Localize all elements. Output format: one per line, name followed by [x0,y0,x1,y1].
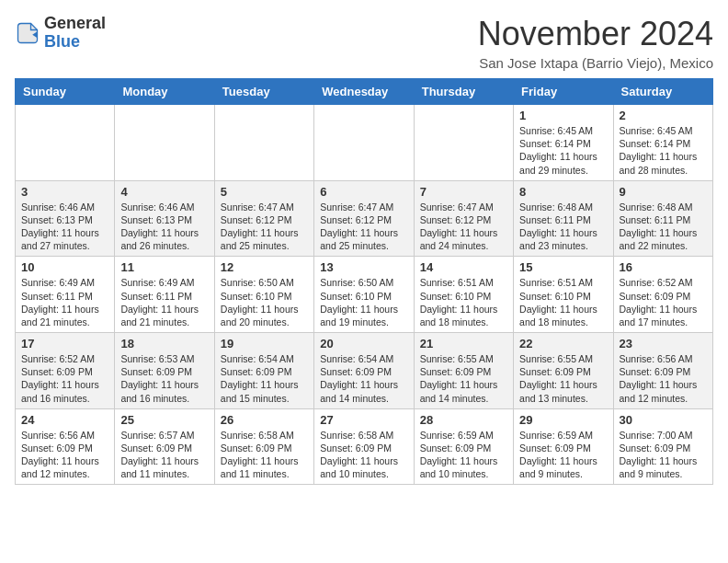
logo-icon [15,20,40,46]
calendar-cell: 20Sunrise: 6:54 AM Sunset: 6:09 PM Dayli… [314,333,414,409]
calendar-cell: 19Sunrise: 6:54 AM Sunset: 6:09 PM Dayli… [214,333,313,409]
day-number: 7 [420,185,507,199]
day-number: 14 [420,260,507,274]
calendar-cell: 14Sunrise: 6:51 AM Sunset: 6:10 PM Dayli… [414,257,513,333]
day-info: Sunrise: 6:53 AM Sunset: 6:09 PM Dayligh… [120,352,208,405]
calendar-cell: 25Sunrise: 6:57 AM Sunset: 6:09 PM Dayli… [115,408,214,485]
calendar-day-header: Wednesday [314,79,414,105]
day-number: 20 [320,337,407,350]
day-info: Sunrise: 6:46 AM Sunset: 6:13 PM Dayligh… [21,201,108,253]
calendar-week-row: 3Sunrise: 6:46 AM Sunset: 6:13 PM Daylig… [16,180,713,257]
day-info: Sunrise: 6:48 AM Sunset: 6:11 PM Dayligh… [519,201,607,253]
day-number: 10 [21,260,108,274]
day-number: 13 [320,260,407,274]
day-info: Sunrise: 6:57 AM Sunset: 6:09 PM Dayligh… [120,429,208,481]
calendar-cell: 6Sunrise: 6:47 AM Sunset: 6:12 PM Daylig… [314,180,414,257]
calendar-table: SundayMondayTuesdayWednesdayThursdayFrid… [15,78,713,485]
day-info: Sunrise: 6:54 AM Sunset: 6:09 PM Dayligh… [320,352,407,405]
day-number: 24 [21,413,108,427]
calendar-cell: 27Sunrise: 6:58 AM Sunset: 6:09 PM Dayli… [314,408,414,485]
day-number: 11 [120,260,208,274]
day-info: Sunrise: 6:55 AM Sunset: 6:09 PM Dayligh… [420,352,507,405]
day-number: 29 [519,413,607,427]
calendar-cell: 17Sunrise: 6:52 AM Sunset: 6:09 PM Dayli… [16,333,115,409]
day-info: Sunrise: 6:54 AM Sunset: 6:09 PM Dayligh… [221,352,308,405]
day-number: 12 [221,260,308,274]
day-info: Sunrise: 6:50 AM Sunset: 6:10 PM Dayligh… [221,276,308,328]
day-info: Sunrise: 6:46 AM Sunset: 6:13 PM Dayligh… [120,201,208,253]
calendar-cell: 16Sunrise: 6:52 AM Sunset: 6:09 PM Dayli… [613,257,712,333]
day-info: Sunrise: 6:49 AM Sunset: 6:11 PM Dayligh… [21,276,108,328]
day-info: Sunrise: 6:52 AM Sunset: 6:09 PM Dayligh… [21,352,108,405]
calendar-cell: 29Sunrise: 6:59 AM Sunset: 6:09 PM Dayli… [514,408,613,485]
page-header: General Blue November 2024 San Jose Ixta… [15,15,713,71]
day-info: Sunrise: 6:59 AM Sunset: 6:09 PM Dayligh… [519,429,607,481]
calendar-day-header: Monday [115,79,214,105]
calendar-day-header: Saturday [613,79,712,105]
day-info: Sunrise: 6:47 AM Sunset: 6:12 PM Dayligh… [221,201,308,253]
calendar-cell [314,105,414,181]
calendar-day-header: Friday [514,79,613,105]
calendar-cell: 2Sunrise: 6:45 AM Sunset: 6:14 PM Daylig… [613,105,712,181]
day-number: 25 [120,413,208,427]
logo-text: General Blue [44,15,106,52]
calendar-cell: 23Sunrise: 6:56 AM Sunset: 6:09 PM Dayli… [613,333,712,409]
calendar-cell: 7Sunrise: 6:47 AM Sunset: 6:12 PM Daylig… [414,180,513,257]
day-number: 9 [620,185,707,199]
location-subtitle: San Jose Ixtapa (Barrio Viejo), Mexico [478,55,713,71]
calendar-cell: 15Sunrise: 6:51 AM Sunset: 6:10 PM Dayli… [514,257,613,333]
day-info: Sunrise: 6:52 AM Sunset: 6:09 PM Dayligh… [620,276,707,328]
calendar-cell [214,105,313,181]
calendar-cell: 3Sunrise: 6:46 AM Sunset: 6:13 PM Daylig… [16,180,115,257]
calendar-week-row: 1Sunrise: 6:45 AM Sunset: 6:14 PM Daylig… [16,105,713,181]
calendar-cell: 5Sunrise: 6:47 AM Sunset: 6:12 PM Daylig… [214,180,313,257]
calendar-cell [16,105,115,181]
day-info: Sunrise: 6:56 AM Sunset: 6:09 PM Dayligh… [620,352,707,405]
day-info: Sunrise: 6:45 AM Sunset: 6:14 PM Dayligh… [620,124,707,177]
title-block: November 2024 San Jose Ixtapa (Barrio Vi… [478,15,713,71]
calendar-cell: 9Sunrise: 6:48 AM Sunset: 6:11 PM Daylig… [613,180,712,257]
calendar-day-header: Tuesday [214,79,313,105]
day-number: 26 [221,413,308,427]
day-info: Sunrise: 6:50 AM Sunset: 6:10 PM Dayligh… [320,276,407,328]
calendar-day-header: Sunday [16,79,115,105]
day-number: 18 [120,337,208,350]
day-number: 28 [420,413,507,427]
day-number: 2 [620,109,707,122]
calendar-cell: 10Sunrise: 6:49 AM Sunset: 6:11 PM Dayli… [16,257,115,333]
day-number: 21 [420,337,507,350]
calendar-cell: 28Sunrise: 6:59 AM Sunset: 6:09 PM Dayli… [414,408,513,485]
calendar-cell: 4Sunrise: 6:46 AM Sunset: 6:13 PM Daylig… [115,180,214,257]
day-number: 4 [120,185,208,199]
calendar-cell: 12Sunrise: 6:50 AM Sunset: 6:10 PM Dayli… [214,257,313,333]
day-info: Sunrise: 7:00 AM Sunset: 6:09 PM Dayligh… [620,429,707,481]
day-info: Sunrise: 6:45 AM Sunset: 6:14 PM Dayligh… [519,124,607,177]
day-info: Sunrise: 6:59 AM Sunset: 6:09 PM Dayligh… [420,429,507,481]
day-info: Sunrise: 6:56 AM Sunset: 6:09 PM Dayligh… [21,429,108,481]
calendar-cell: 11Sunrise: 6:49 AM Sunset: 6:11 PM Dayli… [115,257,214,333]
day-number: 15 [519,260,607,274]
calendar-cell: 8Sunrise: 6:48 AM Sunset: 6:11 PM Daylig… [514,180,613,257]
calendar-cell [115,105,214,181]
calendar-header-row: SundayMondayTuesdayWednesdayThursdayFrid… [16,79,713,105]
day-info: Sunrise: 6:55 AM Sunset: 6:09 PM Dayligh… [519,352,607,405]
calendar-cell: 21Sunrise: 6:55 AM Sunset: 6:09 PM Dayli… [414,333,513,409]
day-info: Sunrise: 6:49 AM Sunset: 6:11 PM Dayligh… [120,276,208,328]
day-number: 22 [519,337,607,350]
day-number: 23 [620,337,707,350]
calendar-cell: 18Sunrise: 6:53 AM Sunset: 6:09 PM Dayli… [115,333,214,409]
day-info: Sunrise: 6:51 AM Sunset: 6:10 PM Dayligh… [519,276,607,328]
day-info: Sunrise: 6:47 AM Sunset: 6:12 PM Dayligh… [320,201,407,253]
day-number: 27 [320,413,407,427]
day-info: Sunrise: 6:58 AM Sunset: 6:09 PM Dayligh… [221,429,308,481]
calendar-day-header: Thursday [414,79,513,105]
calendar-week-row: 10Sunrise: 6:49 AM Sunset: 6:11 PM Dayli… [16,257,713,333]
calendar-cell [414,105,513,181]
day-number: 17 [21,337,108,350]
calendar-cell: 13Sunrise: 6:50 AM Sunset: 6:10 PM Dayli… [314,257,414,333]
logo: General Blue [15,15,106,52]
day-number: 30 [620,413,707,427]
day-info: Sunrise: 6:48 AM Sunset: 6:11 PM Dayligh… [620,201,707,253]
calendar-week-row: 24Sunrise: 6:56 AM Sunset: 6:09 PM Dayli… [16,408,713,485]
calendar-cell: 1Sunrise: 6:45 AM Sunset: 6:14 PM Daylig… [514,105,613,181]
